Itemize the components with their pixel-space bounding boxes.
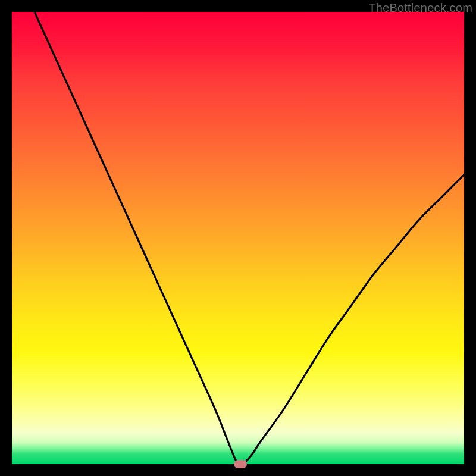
- watermark-text: TheBottleneck.com: [368, 1, 472, 15]
- bottleneck-curve: [12, 12, 464, 464]
- optimal-marker: [234, 460, 247, 468]
- chart-frame: TheBottleneck.com: [0, 0, 476, 476]
